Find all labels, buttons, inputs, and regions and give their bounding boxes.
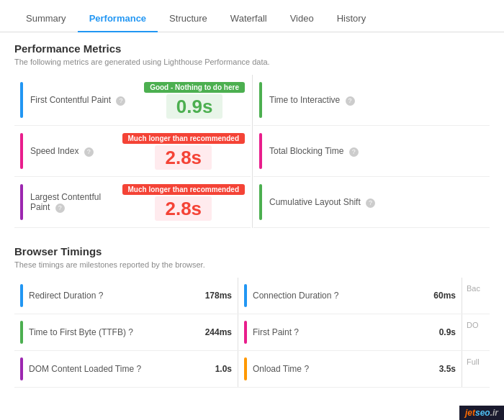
connection-value: 60ms	[433, 291, 456, 301]
fcp-bar	[20, 82, 23, 118]
browser-timings-section: Browser Timings These timings are milest…	[0, 235, 504, 395]
browser-timings-subtitle: These timings are milestones reported by…	[14, 260, 490, 269]
metric-fcp: First Contentful Paint ? Good - Nothing …	[14, 75, 251, 126]
ttfb-value: 244ms	[205, 327, 232, 337]
timing-first-paint: First Paint ? 0.9s	[238, 314, 462, 350]
fcp-label: First Contentful Paint ?	[30, 95, 144, 106]
onload-info[interactable]: ?	[304, 364, 309, 374]
timing-ttfb: Time to First Byte (TTFB) ? 244ms	[14, 314, 238, 350]
ttfb-info[interactable]: ?	[128, 327, 133, 337]
metrics-right-col: Time to Interactive ? Total Blocking Tim…	[253, 75, 490, 228]
timing-row-2: Time to First Byte (TTFB) ? 244ms First …	[14, 314, 490, 351]
si-bar	[20, 133, 23, 169]
onload-value: 3.5s	[439, 364, 456, 374]
si-label: Speed Index ?	[30, 146, 122, 157]
footer-jet: jet	[465, 408, 475, 418]
tti-bar	[259, 82, 262, 118]
lcp-label: Largest Contentful Paint ?	[30, 192, 122, 213]
timing-overflow-3: Full	[462, 351, 490, 387]
timing-row-1: Redirect Duration ? 178ms Connection Dur…	[14, 278, 490, 314]
fcp-info-icon[interactable]: ?	[116, 96, 125, 106]
si-number: 2.8s	[155, 145, 212, 170]
tbt-label: Total Blocking Time ?	[269, 146, 484, 157]
metric-speed-index: Speed Index ? Much longer than recommend…	[14, 126, 251, 177]
lcp-info-icon[interactable]: ?	[55, 204, 65, 213]
lcp-bar	[20, 184, 23, 220]
footer-ir: .ir	[490, 408, 498, 418]
tab-history[interactable]: History	[325, 6, 377, 32]
metric-lcp: Largest Contentful Paint ? Much longer t…	[14, 177, 251, 228]
lcp-value-box: Much longer than recommended 2.8s	[122, 184, 245, 220]
lcp-badge: Much longer than recommended	[122, 184, 245, 195]
timing-overflow-2: DO	[462, 314, 490, 350]
fcp-value-box: Good - Nothing to do here 0.9s	[144, 82, 245, 118]
ttfb-bar	[20, 321, 23, 344]
onload-bar	[244, 357, 247, 380]
first-paint-label: First Paint ?	[253, 327, 433, 337]
dom-loaded-value: 1.0s	[215, 364, 232, 374]
tab-structure[interactable]: Structure	[158, 6, 219, 32]
fcp-number: 0.9s	[166, 94, 223, 119]
tti-info-icon[interactable]: ?	[346, 96, 355, 106]
lcp-number: 2.8s	[155, 196, 212, 221]
metric-tti: Time to Interactive ?	[253, 75, 490, 126]
timing-onload: Onload Time ? 3.5s	[238, 351, 462, 387]
tab-video[interactable]: Video	[279, 6, 325, 32]
connection-info[interactable]: ?	[334, 291, 339, 301]
metric-tbt: Total Blocking Time ?	[253, 126, 490, 177]
si-value-box: Much longer than recommended 2.8s	[122, 133, 245, 169]
dom-loaded-info[interactable]: ?	[136, 364, 141, 374]
connection-label: Connection Duration ?	[253, 291, 428, 301]
browser-timings-title: Browser Timings	[14, 245, 490, 257]
fcp-badge: Good - Nothing to do here	[144, 82, 245, 93]
timing-dom-loaded: DOM Content Loaded Time ? 1.0s	[14, 351, 238, 387]
tab-summary[interactable]: Summary	[14, 6, 78, 32]
onload-label: Onload Time ?	[253, 364, 433, 374]
metrics-grid: First Contentful Paint ? Good - Nothing …	[14, 75, 490, 228]
si-badge: Much longer than recommended	[122, 133, 245, 144]
tbt-info-icon[interactable]: ?	[349, 147, 359, 157]
tab-bar: Summary Performance Structure Waterfall …	[0, 6, 504, 32]
connection-bar	[244, 284, 247, 307]
tab-waterfall[interactable]: Waterfall	[219, 6, 279, 32]
redirect-value: 178ms	[205, 291, 232, 301]
footer-logo: jetseo.ir	[465, 408, 498, 418]
dom-loaded-bar	[20, 357, 23, 380]
si-info-icon[interactable]: ?	[84, 147, 94, 157]
first-paint-info[interactable]: ?	[294, 327, 299, 337]
footer: jetseo.ir	[459, 406, 504, 420]
metric-cls: Cumulative Layout Shift ?	[253, 177, 490, 228]
timing-connection: Connection Duration ? 60ms	[238, 278, 462, 314]
redirect-bar	[20, 284, 23, 307]
timing-row-3: DOM Content Loaded Time ? 1.0s Onload Ti…	[14, 351, 490, 388]
cls-bar	[259, 184, 262, 220]
performance-metrics-subtitle: The following metrics are generated usin…	[14, 58, 490, 66]
footer-seo: seo	[475, 408, 490, 418]
metrics-left-col: First Contentful Paint ? Good - Nothing …	[14, 75, 251, 228]
dom-loaded-label: DOM Content Loaded Time ?	[29, 364, 210, 374]
first-paint-bar	[244, 321, 247, 344]
metrics-vertical-divider	[252, 75, 253, 228]
performance-metrics-section: Performance Metrics The following metric…	[0, 32, 504, 235]
redirect-info[interactable]: ?	[99, 291, 104, 301]
redirect-label: Redirect Duration ?	[29, 291, 199, 301]
tti-label: Time to Interactive ?	[269, 95, 484, 106]
timing-overflow-1: Bac	[462, 278, 490, 314]
ttfb-label: Time to First Byte (TTFB) ?	[29, 327, 199, 337]
cls-info-icon[interactable]: ?	[366, 198, 375, 208]
cls-label: Cumulative Layout Shift ?	[269, 197, 484, 208]
tbt-bar	[259, 133, 262, 169]
timing-redirect: Redirect Duration ? 178ms	[14, 278, 238, 314]
performance-metrics-title: Performance Metrics	[14, 42, 490, 55]
first-paint-value: 0.9s	[439, 327, 456, 337]
tab-performance[interactable]: Performance	[78, 6, 158, 32]
